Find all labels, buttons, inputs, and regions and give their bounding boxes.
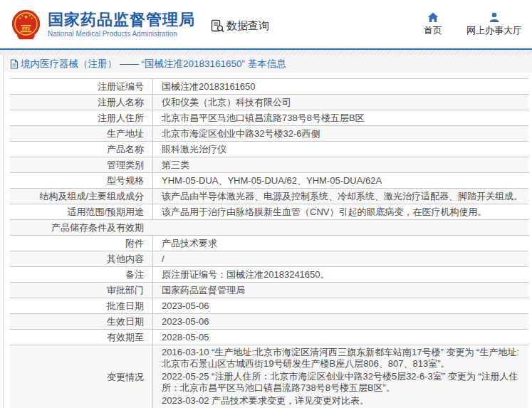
row-value: 仪和仪美（北京）科技有限公司	[152, 95, 528, 110]
data-query-menu[interactable]: 数据查询	[211, 19, 269, 33]
row-value: 产品技术要求	[152, 236, 528, 251]
nav-home-label: 首页	[424, 24, 442, 37]
row-value: 原注册证编号：国械注准20183241650。	[152, 267, 528, 282]
nav-hall-label: 网上办事大厅	[466, 24, 522, 37]
row-value	[152, 220, 528, 235]
home-icon	[427, 12, 439, 23]
row-label: 适用范围/预期用途	[10, 204, 152, 219]
row-value: YHM-05-DUA、YHM-05-DUA/62、YHM-05-DUA/62A	[152, 173, 528, 188]
table-row: 注册证编号 国械注准20183161650	[10, 79, 528, 95]
row-label: 产品名称	[10, 142, 152, 157]
row-value: 北京市昌平区马池口镇昌流路738号8号楼五层B区	[152, 110, 528, 125]
agency-name-en: National Medical Products Administration	[48, 29, 195, 38]
row-label: 审批部门	[10, 283, 152, 298]
site-header: 国家药品监督管理局 National Medical Products Admi…	[0, 0, 532, 48]
table-row: 管理类别 第三类	[10, 157, 528, 173]
nav-item-home[interactable]: 首页	[424, 12, 442, 37]
row-label: 产品储存条件及有效期	[10, 220, 152, 235]
row-label: 备注	[10, 267, 152, 282]
row-value: 眼科激光治疗仪	[152, 142, 528, 157]
table-row: 型号规格 YHM-05-DUA、YHM-05-DUA/62、YHM-05-DUA…	[10, 173, 528, 189]
row-value: 国械注准20183161650	[152, 79, 528, 94]
row-label: 生效日期	[10, 314, 152, 329]
row-label: 变更情况	[10, 345, 152, 408]
row-label: 批准日期	[10, 298, 152, 313]
user-icon	[489, 12, 500, 23]
data-query-label: 数据查询	[226, 19, 269, 33]
row-value: 该产品由半导体激光器、电源及控制系统、冷却系统、激光治疗适配器、脚踏开关组成。	[152, 189, 528, 204]
row-value: 第三类	[152, 157, 528, 172]
nmpa-logo[interactable]: 国家药品监督管理局 National Medical Products Admi…	[10, 8, 195, 41]
table-row: 备注 原注册证编号：国械注准20183241650。	[10, 267, 528, 283]
table-row: 结构及组成/主要组成成分 该产品由半导体激光器、电源及控制系统、冷却系统、激光治…	[10, 189, 528, 204]
table-row: 其他内容 /	[10, 251, 528, 267]
row-value: 2028-05-05	[152, 330, 528, 345]
page-title-bar: 境内医疗器械（注册） —— “国械注准20183161650” 基本信息	[4, 55, 532, 73]
table-row: 适用范围/预期用途 该产品用于治疗由脉络膜新生血管（CNV）引起的眼底病变，在医…	[10, 204, 528, 220]
row-label: 型号规格	[10, 173, 152, 188]
table-row: 生产地址 北京市海淀区创业中路32号楼32-6西侧	[10, 126, 528, 142]
table-row: 生效日期 2023-05-06	[10, 314, 528, 330]
table-row: 注册人住所 北京市昌平区马池口镇昌流路738号8号楼五层B区	[10, 110, 528, 126]
change-entry: 2023-03-02 产品技术要求变更，详见变更对比表。	[162, 394, 369, 407]
document-icon	[10, 59, 19, 69]
table-row: 审批部门 国家药品监督管理局	[10, 283, 528, 298]
row-label: 附件	[10, 236, 152, 251]
change-entry: 2022-05-25 “注册人住所：北京市海淀区创业中路32号楼5层32-6-3…	[162, 370, 523, 394]
page-title: 境内医疗器械（注册） —— “国械注准20183161650” 基本信息	[21, 58, 286, 70]
row-value: 2023-05-06	[152, 314, 528, 329]
row-value: /	[152, 251, 528, 266]
row-label: 注册证编号	[10, 79, 152, 94]
table-row: 注册人名称 仪和仪美（北京）科技有限公司	[10, 95, 528, 110]
data-query-icon	[211, 19, 224, 33]
row-value: 2023-05-06	[152, 298, 528, 313]
nav-item-online-hall[interactable]: 网上办事大厅	[466, 12, 522, 37]
table-row: 批准日期 2023-05-06	[10, 298, 528, 314]
table-row: 附件 产品技术要求	[10, 236, 528, 251]
registration-table: 注册证编号 国械注准20183161650 注册人名称 仪和仪美（北京）科技有限…	[10, 78, 528, 408]
table-row: 有效期至 2028-05-05	[10, 330, 528, 345]
content-area: 境内医疗器械（注册） —— “国械注准20183161650” 基本信息 注册证…	[3, 55, 532, 408]
table-row-changes: 变更情况 2016-03-10 “生产地址:北京市海淀区清河西三旗东新都车站南1…	[10, 345, 528, 408]
table-row: 产品名称 眼科激光治疗仪	[10, 142, 528, 157]
row-label: 注册人住所	[10, 110, 152, 125]
row-label: 注册人名称	[10, 95, 152, 110]
agency-name: 国家药品监督管理局 National Medical Products Admi…	[48, 11, 195, 38]
row-value-changes: 2016-03-10 “生产地址:北京市海淀区清河西三旗东新都车站南17号楼” …	[152, 345, 528, 408]
row-label: 其他内容	[10, 251, 152, 266]
row-label: 生产地址	[10, 126, 152, 141]
row-label: 管理类别	[10, 157, 152, 172]
header-nav: 首页 网上办事大厅	[424, 12, 522, 37]
hatch-strip	[0, 50, 532, 55]
row-value: 该产品用于治疗由脉络膜新生血管（CNV）引起的眼底病变，在医疗机构使用。	[152, 204, 528, 219]
row-label: 有效期至	[10, 330, 152, 345]
national-emblem-icon	[10, 8, 42, 41]
agency-name-cn: 国家药品监督管理局	[48, 11, 195, 29]
change-entry: 2016-03-10 “生产地址:北京市海淀区清河西三旗东新都车站南17号楼” …	[162, 346, 523, 370]
table-row: 产品储存条件及有效期	[10, 220, 528, 236]
row-value: 北京市海淀区创业中路32号楼32-6西侧	[152, 126, 528, 141]
row-label: 结构及组成/主要组成成分	[10, 189, 152, 204]
row-value: 国家药品监督管理局	[152, 283, 528, 298]
